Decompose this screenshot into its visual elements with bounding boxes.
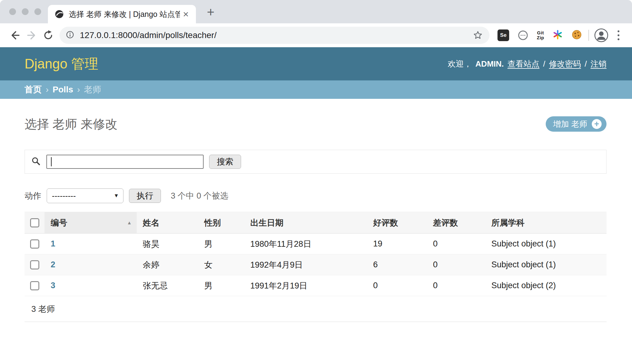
column-header-name[interactable]: 姓名 [137,212,198,234]
column-header-birth[interactable]: 出生日期 [244,212,367,234]
action-select[interactable]: --------- ▼ [47,188,123,203]
table-header-row: 编号 ▲ 姓名 性别 出生日期 好评数 差评数 所属学科 [25,212,607,234]
selection-counter: 3 个中 0 个被选 [171,190,228,201]
circle-extension-icon[interactable] [517,29,529,41]
cell-good: 19 [367,234,427,254]
welcome-text: 欢迎， [448,59,472,69]
toolbar-divider [588,30,589,41]
actions-row: 动作 --------- ▼ 执行 3 个中 0 个被选 [25,188,607,203]
reload-icon[interactable] [40,27,57,44]
chevron-down-icon: ▼ [114,193,119,199]
breadcrumb-app-link[interactable]: Polls [53,85,73,95]
site-favicon-icon [55,10,64,19]
row-checkbox[interactable] [30,281,39,290]
cell-good: 6 [367,254,427,275]
profile-avatar-icon[interactable] [594,28,609,43]
column-header-bad[interactable]: 差评数 [427,212,485,234]
table-row: 1 骆昊 男 1980年11月28日 19 0 Subject object (… [25,234,607,254]
gitzip-line2: Zip [537,35,544,40]
cell-name: 张无忌 [137,275,198,296]
browser-menu-icon[interactable] [612,29,625,42]
zoom-window-button[interactable] [34,8,41,15]
text-caret [51,157,52,166]
close-window-button[interactable] [9,8,16,15]
tab-close-icon[interactable]: × [180,8,192,20]
add-button-label: 增加 老师 [553,119,587,130]
back-icon[interactable] [7,27,23,44]
browser-toolbar: 127.0.0.1:8000/admin/polls/teacher/ Se G… [0,23,632,47]
row-checkbox[interactable] [30,260,39,269]
gitzip-line1: Git [537,30,544,35]
cell-gender: 女 [198,254,244,275]
site-name[interactable]: Django 管理 [25,55,98,73]
select-all-checkbox[interactable] [30,218,39,227]
cell-birth: 1991年2月19日 [244,275,367,296]
tab-strip: 选择 老师 来修改 | Django 站点管理 × + [0,0,632,23]
cookie-extension-icon[interactable] [571,29,582,41]
breadcrumb-separator: › [46,85,49,95]
browser-window: 选择 老师 来修改 | Django 站点管理 × + [0,0,632,364]
cell-subject: Subject object (1) [485,234,607,254]
cell-birth: 1992年4月9日 [244,254,367,275]
search-panel: 搜索 [25,150,607,174]
cell-bad: 0 [427,275,485,296]
column-header-id-label: 编号 [51,217,67,228]
column-header-subject[interactable]: 所属学科 [485,212,607,234]
cell-gender: 男 [198,275,244,296]
change-password-link[interactable]: 修改密码 [549,59,581,69]
cell-good: 0 [367,275,427,296]
result-count: 3 老师 [25,296,607,322]
sort-ascending-icon[interactable]: ▲ [127,220,132,226]
breadcrumb-current: 老师 [84,84,101,95]
browser-tab[interactable]: 选择 老师 来修改 | Django 站点管理 × [48,5,196,23]
tab-title: 选择 老师 来修改 | Django 站点管理 [69,9,180,19]
cell-subject: Subject object (2) [485,275,607,296]
new-tab-button[interactable]: + [203,4,219,20]
table-row: 3 张无忌 男 1991年2月19日 0 0 Subject object (2… [25,275,607,296]
cell-bad: 0 [427,234,485,254]
search-button[interactable]: 搜索 [209,155,241,169]
minimize-window-button[interactable] [22,8,29,15]
cell-subject: Subject object (1) [485,254,607,275]
cell-name: 骆昊 [137,234,198,254]
row-id-link[interactable]: 1 [51,239,55,248]
changelist-content: 选择 老师 来修改 增加 老师 + 搜索 动作 --------- [0,115,632,322]
url-text[interactable]: 127.0.0.1:8000/admin/polls/teacher/ [80,30,472,40]
page-title: 选择 老师 来修改 [25,116,117,133]
cell-gender: 男 [198,234,244,254]
column-header-good[interactable]: 好评数 [367,212,427,234]
search-input[interactable] [46,155,204,169]
gitzip-extension-icon[interactable]: Git Zip [537,30,544,40]
cell-bad: 0 [427,254,485,275]
row-id-link[interactable]: 2 [51,260,55,269]
breadcrumb-home-link[interactable]: 首页 [25,84,42,95]
link-separator: / [585,59,587,69]
bookmark-star-icon[interactable] [472,29,484,41]
user-tools: 欢迎， ADMIN. 查看站点 / 修改密码 / 注销 [448,59,607,69]
row-id-link[interactable]: 3 [51,281,55,290]
table-row: 2 余婷 女 1992年4月9日 6 0 Subject object (1) [25,254,607,275]
search-icon [31,156,41,167]
plus-icon: + [592,119,602,129]
pinwheel-extension-icon[interactable] [552,29,563,41]
content-header: 选择 老师 来修改 增加 老师 + [25,115,607,133]
result-table: 编号 ▲ 姓名 性别 出生日期 好评数 差评数 所属学科 1 骆昊 [25,212,607,296]
column-header-id[interactable]: 编号 ▲ [45,212,137,234]
search-input-wrap [46,155,204,169]
selenium-extension-icon[interactable]: Se [497,29,509,41]
cell-birth: 1980年11月28日 [244,234,367,254]
action-go-button[interactable]: 执行 [129,189,161,203]
add-teacher-button[interactable]: 增加 老师 + [546,116,607,132]
username: ADMIN. [475,59,504,69]
row-checkbox[interactable] [30,239,39,249]
column-header-gender[interactable]: 性别 [198,212,244,234]
admin-header: Django 管理 欢迎， ADMIN. 查看站点 / 修改密码 / 注销 [0,47,632,80]
extensions-area: Se Git Zip [494,29,586,41]
page-info-icon[interactable] [65,30,75,41]
address-bar[interactable]: 127.0.0.1:8000/admin/polls/teacher/ [60,27,490,44]
action-label: 动作 [25,190,41,201]
logout-link[interactable]: 注销 [591,59,607,69]
view-site-link[interactable]: 查看站点 [508,59,540,69]
forward-icon[interactable] [23,27,40,44]
breadcrumb: 首页 › Polls › 老师 [0,80,632,99]
